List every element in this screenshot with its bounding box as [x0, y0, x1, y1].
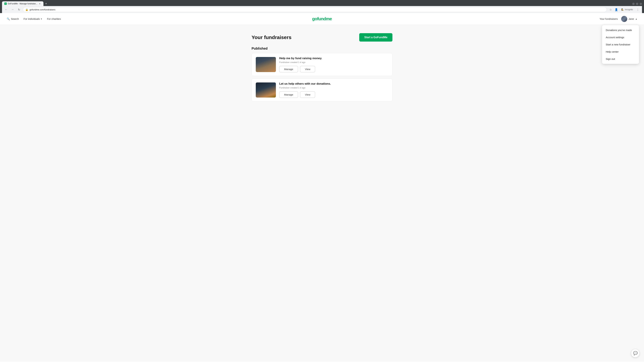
- incognito-icon: 🕵: [621, 8, 624, 11]
- manage-button[interactable]: Manage: [279, 91, 298, 98]
- minimize-button[interactable]: [632, 3, 634, 5]
- bookmark-button[interactable]: ☆: [608, 7, 613, 12]
- view-button[interactable]: View: [300, 66, 315, 72]
- for-charities-label: For charities: [47, 17, 61, 20]
- maximize-button[interactable]: [636, 3, 638, 5]
- search-label: Search: [11, 17, 19, 20]
- tab-favicon: G: [4, 2, 7, 5]
- dropdown-item-help-center[interactable]: Help center: [602, 48, 639, 55]
- lock-icon: 🔒: [25, 8, 28, 11]
- for-individuals-label: For individuals: [24, 17, 40, 20]
- header-nav-left: 🔍 Search For individuals ▼ For charities: [7, 17, 61, 20]
- fundraiser-title: Let us help others with our donations.: [279, 82, 388, 85]
- site-logo[interactable]: gofundme: [312, 16, 332, 21]
- fundraiser-info: Help me by fund raising money. Fundraise…: [279, 57, 388, 72]
- fundraiser-actions: Manage View: [279, 66, 388, 72]
- fundraiser-image: [256, 82, 276, 97]
- fundraiser-thumbnail: [256, 82, 276, 97]
- your-fundraisers-link[interactable]: Your fundraisers: [600, 17, 618, 20]
- for-individuals-nav-item[interactable]: For individuals ▼: [24, 17, 42, 20]
- active-tab[interactable]: G GoFundMe - Manage fundraise... ✕: [2, 1, 44, 6]
- dropdown-item-sign-out[interactable]: Sign out: [602, 55, 639, 62]
- browser-tab-bar: G GoFundMe - Manage fundraise... ✕ +: [2, 1, 642, 6]
- toolbar-actions: ☆ 👤 🕵 Incognito ⋮: [608, 7, 640, 12]
- view-button[interactable]: View: [300, 91, 315, 98]
- fundraiser-card: Let us help others with our donations. F…: [252, 79, 392, 101]
- chat-icon: 💬: [633, 351, 638, 356]
- browser-chrome: G GoFundMe - Manage fundraise... ✕ + ← →…: [0, 0, 644, 13]
- user-name: Jane: [628, 17, 634, 20]
- page-title: Your fundraisers: [252, 34, 292, 40]
- dropdown-item-account-settings[interactable]: Account settings: [602, 34, 639, 41]
- search-nav-item[interactable]: 🔍 Search: [7, 17, 19, 20]
- fundraiser-info: Let us help others with our donations. F…: [279, 82, 388, 98]
- logo-text: gofundme: [312, 16, 332, 21]
- chevron-up-icon: ▲: [635, 18, 637, 20]
- fundraiser-card: Help me by fund raising money. Fundraise…: [252, 53, 392, 76]
- avatar-image: [621, 16, 627, 22]
- fundraiser-meta: Fundraiser created 1 d ago: [279, 61, 388, 63]
- tab-close-button[interactable]: ✕: [38, 2, 41, 5]
- manage-button[interactable]: Manage: [279, 66, 298, 72]
- incognito-badge[interactable]: 🕵 Incognito: [620, 8, 634, 11]
- profile-button[interactable]: 👤: [614, 7, 619, 12]
- close-window-button[interactable]: [640, 3, 642, 5]
- refresh-button[interactable]: ↻: [16, 7, 22, 12]
- browser-toolbar: ← → ↻ 🔒 gofundme.com/fundraisers ☆ 👤 🕵 I…: [2, 6, 642, 13]
- site-header: 🔍 Search For individuals ▼ For charities…: [0, 13, 644, 25]
- avatar: [621, 16, 627, 22]
- chat-button[interactable]: 💬: [631, 349, 639, 357]
- page-header-row: Your fundraisers Start a GoFundMe: [252, 33, 392, 41]
- fundraiser-title: Help me by fund raising money.: [279, 57, 388, 60]
- incognito-label: Incognito: [625, 8, 633, 11]
- published-section-title: Published: [252, 46, 392, 50]
- main-content: Your fundraisers Start a GoFundMe Publis…: [246, 25, 398, 112]
- user-menu-trigger[interactable]: Jane ▲: [621, 16, 637, 22]
- dropdown-item-donations[interactable]: Donations you've made: [602, 26, 639, 34]
- dropdown-item-start-fundraiser[interactable]: Start a new fundraiser: [602, 41, 639, 48]
- fundraiser-image: [256, 57, 276, 72]
- header-nav-right: Your fundraisers Jane ▲: [600, 16, 637, 22]
- back-button[interactable]: ←: [4, 7, 9, 12]
- address-bar[interactable]: 🔒 gofundme.com/fundraisers: [23, 7, 607, 12]
- tab-title: GoFundMe - Manage fundraise...: [8, 2, 38, 5]
- page: 🔍 Search For individuals ▼ For charities…: [0, 13, 644, 362]
- fundraiser-meta: Fundraiser created 1 d ago: [279, 86, 388, 89]
- fundraiser-thumbnail: [256, 57, 276, 72]
- new-tab-button[interactable]: +: [44, 1, 48, 6]
- extensions-button[interactable]: ⋮: [635, 7, 640, 12]
- url-text: gofundme.com/fundraisers: [30, 8, 55, 11]
- fundraiser-actions: Manage View: [279, 91, 388, 98]
- for-charities-nav-item[interactable]: For charities: [47, 17, 61, 20]
- user-dropdown-menu: Donations you've made Account settings S…: [602, 25, 639, 64]
- start-gofundme-button[interactable]: Start a GoFundMe: [359, 33, 392, 41]
- search-icon: 🔍: [7, 17, 10, 20]
- chevron-down-icon: ▼: [40, 18, 42, 20]
- forward-button[interactable]: →: [10, 7, 15, 12]
